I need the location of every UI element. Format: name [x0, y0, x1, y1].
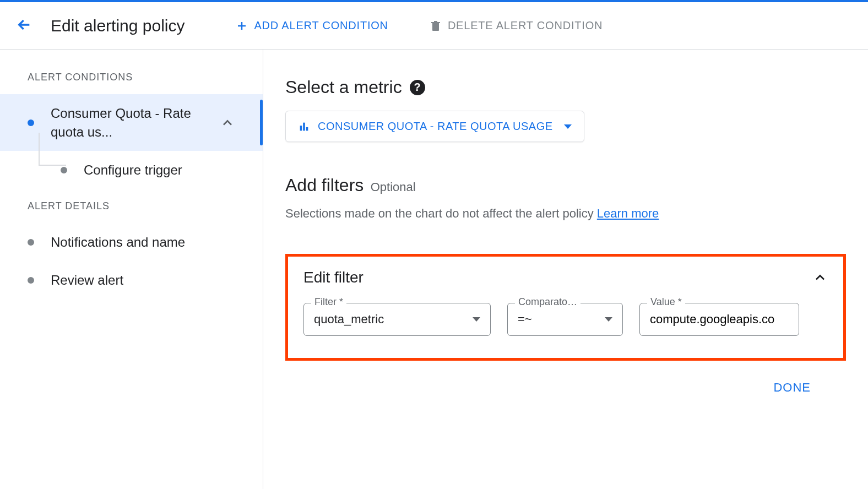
step-dot-inactive [28, 277, 34, 284]
filter-hint-text: Selections made on the chart do not affe… [285, 207, 597, 220]
sidebar-item-notifications[interactable]: Notifications and name [0, 223, 263, 262]
select-metric-text: Select a metric [285, 77, 402, 97]
metric-value-label: CONSUMER QUOTA - RATE QUOTA USAGE [318, 120, 553, 133]
filter-field-group: Filter * quota_metric [303, 303, 491, 336]
filter-label: Filter * [311, 296, 346, 308]
header-actions: ADD ALERT CONDITION DELETE ALERT CONDITI… [229, 15, 609, 37]
chevron-down-icon [605, 317, 612, 322]
back-button[interactable] [11, 12, 37, 40]
sidebar-item-review[interactable]: Review alert [0, 261, 263, 300]
svg-rect-2 [306, 127, 308, 130]
step-dot-inactive [61, 167, 67, 173]
condition-item-label: Consumer Quota - Rate quota us... [51, 104, 220, 141]
done-button[interactable]: DONE [766, 376, 818, 399]
add-condition-label: ADD ALERT CONDITION [254, 19, 388, 32]
done-row: DONE [285, 361, 846, 399]
chevron-up-icon [220, 115, 235, 131]
value-field-group: Value * [639, 303, 799, 336]
select-metric-title: Select a metric ? [285, 77, 846, 97]
review-label: Review alert [51, 271, 252, 290]
alert-details-heading: ALERT DETAILS [0, 200, 263, 223]
sidebar-item-configure-trigger[interactable]: Configure trigger [0, 151, 263, 189]
svg-rect-0 [300, 126, 302, 131]
main-panel: Select a metric ? CONSUMER QUOTA - RATE … [263, 50, 868, 489]
notifications-label: Notifications and name [51, 233, 252, 252]
optional-label: Optional [371, 180, 416, 194]
comparator-field-group: Comparato… =~ [507, 303, 623, 336]
sidebar: ALERT CONDITIONS Consumer Quota - Rate q… [0, 50, 263, 489]
help-icon[interactable]: ? [410, 80, 425, 95]
comparator-value: =~ [518, 312, 532, 327]
delete-condition-label: DELETE ALERT CONDITION [448, 19, 603, 32]
chevron-down-icon [564, 124, 572, 129]
header-bar: Edit alerting policy ADD ALERT CONDITION… [0, 2, 868, 50]
trash-icon [429, 19, 442, 32]
bar-chart-icon [298, 121, 310, 133]
chevron-down-icon [473, 317, 480, 322]
edit-filter-header: Edit filter [303, 269, 828, 286]
step-dot-active [28, 119, 34, 126]
comparator-dropdown[interactable]: =~ [507, 303, 623, 336]
value-label: Value * [647, 296, 685, 308]
svg-rect-1 [303, 122, 305, 131]
alert-conditions-heading: ALERT CONDITIONS [0, 72, 263, 94]
step-dot-inactive [28, 239, 34, 246]
add-filters-title: Add filters [285, 175, 364, 195]
filter-row: Filter * quota_metric Comparato… =~ Valu… [303, 303, 828, 336]
edit-filter-panel: Edit filter Filter * quota_metric Compar… [285, 254, 846, 361]
add-filters-section: Add filters Optional Selections made on … [285, 175, 846, 221]
filter-value: quota_metric [314, 312, 384, 327]
metric-selector[interactable]: CONSUMER QUOTA - RATE QUOTA USAGE [285, 111, 584, 142]
filter-dropdown[interactable]: quota_metric [303, 303, 491, 336]
value-input[interactable] [650, 312, 789, 327]
content-area: ALERT CONDITIONS Consumer Quota - Rate q… [0, 50, 868, 489]
delete-alert-condition-button[interactable]: DELETE ALERT CONDITION [422, 15, 609, 37]
value-input-wrapper [639, 303, 799, 336]
add-alert-condition-button[interactable]: ADD ALERT CONDITION [229, 15, 394, 37]
comparator-label: Comparato… [515, 296, 581, 308]
learn-more-link[interactable]: Learn more [597, 207, 659, 220]
page-title: Edit alerting policy [51, 17, 185, 35]
plus-icon [235, 19, 248, 32]
edit-filter-title: Edit filter [303, 269, 364, 286]
chevron-up-icon[interactable] [812, 270, 828, 285]
filter-hint: Selections made on the chart do not affe… [285, 207, 846, 221]
arrow-left-icon [15, 16, 33, 34]
configure-trigger-label: Configure trigger [84, 161, 252, 180]
